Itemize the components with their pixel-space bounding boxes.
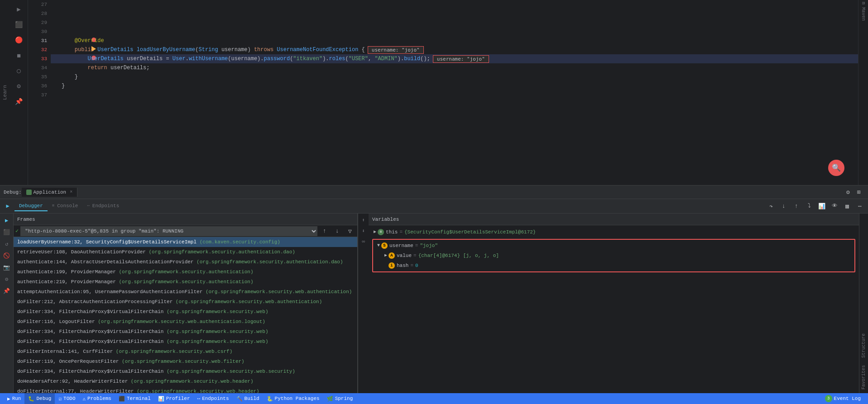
build-label: Build bbox=[245, 396, 259, 401]
code-line-36: } bbox=[51, 81, 858, 90]
sidebar-icon-6[interactable]: ⚙ bbox=[12, 79, 26, 93]
todo-status-item[interactable]: ☑ TODO bbox=[55, 393, 79, 404]
frame-item-14[interactable]: doHeadersAfter:92, HeaderWriterFilter (o… bbox=[14, 376, 357, 386]
left-resume-btn[interactable]: ▶ bbox=[2, 215, 12, 225]
gutter-34: 34 bbox=[28, 63, 51, 72]
side-btn-3[interactable]: ∞ bbox=[359, 237, 368, 246]
frame-item-5[interactable]: attemptAuthentication:95, UsernamePasswo… bbox=[14, 287, 357, 297]
settings-btn[interactable]: ⚙ bbox=[843, 187, 854, 198]
favorites-tab[interactable]: Favorites bbox=[859, 361, 868, 393]
side-buttons: ⬆ ⬇ ∞ bbox=[358, 214, 369, 393]
spring-status-item[interactable]: 🌿 Spring bbox=[323, 393, 357, 404]
more-btn[interactable]: ⋯ bbox=[854, 201, 865, 212]
run-to-cursor-btn[interactable]: ⤵ bbox=[804, 201, 815, 212]
left-mute-btn[interactable]: 🚫 bbox=[2, 251, 12, 261]
frame-item-7[interactable]: doFilter:334, FilterChainProxy$VirtualFi… bbox=[14, 307, 357, 317]
thread-down-btn[interactable]: ↓ bbox=[332, 226, 343, 237]
frame-item-8[interactable]: doFilter:116, LogoutFilter (org.springfr… bbox=[14, 317, 357, 327]
todo-label: TODO bbox=[63, 396, 75, 401]
username-expand[interactable]: ▼ bbox=[376, 242, 381, 250]
layout-btn[interactable]: ⊞ bbox=[854, 187, 864, 198]
debug-status-item[interactable]: 🐛 Debug bbox=[24, 393, 55, 404]
terminal-label: Terminal bbox=[127, 396, 151, 401]
python-packages-label: Python Packages bbox=[275, 396, 320, 401]
frame-item-2[interactable]: authenticate:144, AbstractUserDetailsAut… bbox=[14, 257, 357, 267]
evaluate-btn[interactable]: 📊 bbox=[816, 201, 827, 212]
username-name: username bbox=[389, 242, 413, 250]
run-icon: ▶ bbox=[7, 396, 10, 402]
maven-tab[interactable]: m Maven bbox=[860, 0, 867, 23]
todo-icon: ☑ bbox=[58, 396, 62, 402]
frame-item-1[interactable]: retrieveUser:108, DaoAuthenticationProvi… bbox=[14, 247, 357, 257]
endpoints-tab[interactable]: ↔ Endpoints bbox=[82, 201, 124, 211]
profiler-label: Profiler bbox=[166, 396, 190, 401]
sidebar-icon-1[interactable]: ▶ bbox=[12, 2, 26, 16]
frame-item-10[interactable]: doFilter:334, FilterChainProxy$VirtualFi… bbox=[14, 337, 357, 347]
watch-btn[interactable]: 👁 bbox=[829, 201, 840, 212]
frame-item-15[interactable]: doFilterInternal:77, HeaderWriterFilter … bbox=[14, 386, 357, 393]
side-btn-2[interactable]: ⬇ bbox=[359, 226, 368, 235]
left-settings-btn[interactable]: ⚙ bbox=[2, 274, 12, 284]
variables-label: Variables bbox=[372, 217, 399, 222]
frame-item-3[interactable]: authenticate:199, ProviderManager (org.s… bbox=[14, 267, 357, 277]
sidebar-icon-5[interactable]: ◯ bbox=[12, 63, 26, 78]
debug-tab-close[interactable]: × bbox=[70, 190, 72, 195]
debug-left-strip: ▶ ⬛ ↺ 🚫 📷 ⚙ 📌 bbox=[0, 214, 14, 393]
spring-icon: 🌿 bbox=[327, 396, 333, 402]
frame-item-12[interactable]: doFilter:119, OncePerRequestFilter (org.… bbox=[14, 356, 357, 366]
value-value: {char[4]@6174} [j, o, j, o] bbox=[418, 252, 499, 260]
search-float-button[interactable]: 🔍 bbox=[828, 160, 844, 176]
resume-btn[interactable]: ▶ bbox=[3, 201, 13, 211]
side-btn-1[interactable]: ⬆ bbox=[359, 215, 368, 224]
sidebar-icon-4[interactable]: ◼ bbox=[12, 48, 26, 62]
terminal-status-item[interactable]: ⬛ Terminal bbox=[115, 393, 154, 404]
sidebar-icon-3[interactable]: 🔴 bbox=[12, 33, 26, 47]
debug-panel: Debug: Application × ⚙ ⊞ ▶ Debugger ≡ Co… bbox=[0, 185, 868, 393]
step-into-btn[interactable]: ↓ bbox=[778, 201, 789, 212]
build-status-item[interactable]: 🔨 Build bbox=[233, 393, 263, 404]
profiler-status-item[interactable]: 📊 Profiler bbox=[154, 393, 194, 404]
frame-item-9[interactable]: doFilter:334, FilterChainProxy$VirtualFi… bbox=[14, 327, 357, 337]
frame-item-4[interactable]: authenticate:219, ProviderManager (org.s… bbox=[14, 277, 357, 287]
step-over-btn[interactable]: ↷ bbox=[766, 201, 777, 212]
username-icon: S bbox=[381, 242, 388, 249]
console-tab[interactable]: ≡ Console bbox=[48, 201, 83, 211]
thread-up-btn[interactable]: ↑ bbox=[319, 226, 330, 237]
frame-item-6[interactable]: doFilter:212, AbstractAuthenticationProc… bbox=[14, 297, 357, 307]
frame-item-13[interactable]: doFilter:334, FilterChainProxy$VirtualFi… bbox=[14, 366, 357, 376]
structure-tab[interactable]: Structure bbox=[859, 214, 868, 361]
thread-filter-btn[interactable]: ▽ bbox=[345, 226, 355, 237]
gutter-31: 31 bbox=[28, 36, 51, 45]
problems-label: Problems bbox=[87, 396, 111, 401]
thread-status-icon: ✓ bbox=[15, 228, 19, 234]
thread-dropdown[interactable]: "http-nio-8080-exec-5"@5,835 in group "m… bbox=[20, 226, 317, 236]
build-icon: 🔨 bbox=[236, 396, 243, 402]
left-restart-btn[interactable]: ↺ bbox=[2, 239, 12, 249]
event-log-label: Event Log bbox=[834, 396, 861, 401]
sidebar-icon-7[interactable]: 📌 bbox=[12, 94, 26, 109]
python-packages-status-item[interactable]: 🐍 Python Packages bbox=[263, 393, 323, 404]
frames-list[interactable]: loadUserByUsername:32, SecurityConfig$Us… bbox=[14, 237, 357, 393]
app-icon bbox=[26, 190, 32, 195]
this-expand[interactable]: ▶ bbox=[372, 228, 378, 236]
problems-status-item[interactable]: ⚠ Problems bbox=[79, 393, 115, 404]
value-expand[interactable]: ▶ bbox=[383, 252, 388, 260]
learn-sidebar[interactable]: Learn bbox=[0, 0, 10, 185]
left-pin-btn[interactable]: 📌 bbox=[2, 286, 12, 296]
step-out-btn[interactable]: ↑ bbox=[791, 201, 802, 212]
debugger-tab[interactable]: Debugger bbox=[14, 201, 48, 211]
event-log-status-item[interactable]: 3 Event Log bbox=[821, 393, 864, 404]
frame-item-active[interactable]: loadUserByUsername:32, SecurityConfig$Us… bbox=[14, 237, 357, 247]
value-icon: A bbox=[388, 252, 395, 259]
sidebar-icon-2[interactable]: ⬛ bbox=[12, 17, 26, 32]
run-status-item[interactable]: ▶ Run bbox=[4, 393, 24, 404]
left-camera-btn[interactable]: 📷 bbox=[2, 262, 12, 272]
show-frames-btn[interactable]: ▦ bbox=[842, 201, 853, 212]
left-stop-btn[interactable]: ⬛ bbox=[2, 227, 12, 237]
frame-item-11[interactable]: doFilterInternal:141, CsrfFilter (org.sp… bbox=[14, 347, 357, 356]
gutter-36: 36 bbox=[28, 81, 51, 90]
gutter-27: 27 bbox=[28, 0, 51, 9]
code-line-32: public UserDetails loadUserByUsername(St… bbox=[51, 45, 858, 54]
debug-app-tab[interactable]: Application × bbox=[22, 188, 78, 197]
endpoints-status-item[interactable]: ↔ Endpoints bbox=[194, 393, 233, 404]
